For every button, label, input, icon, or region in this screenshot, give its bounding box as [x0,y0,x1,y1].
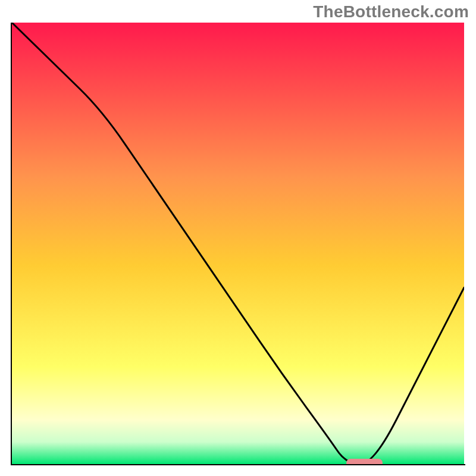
watermark-text: TheBottleneck.com [313,2,469,21]
bottleneck-curve [12,23,464,464]
curve-layer [12,23,464,464]
plot-area [12,23,464,464]
optimal-range-marker [346,459,383,464]
chart-stage: TheBottleneck.com [0,0,476,476]
